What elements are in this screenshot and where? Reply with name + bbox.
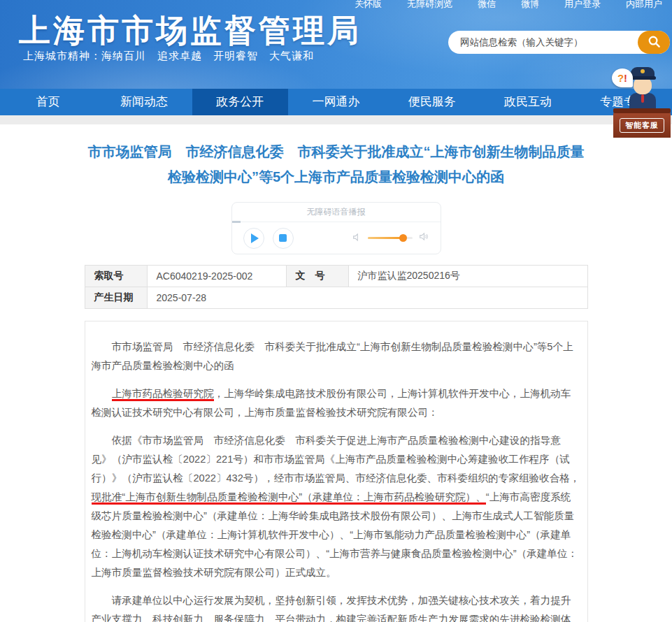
meta-docnum-label: 文 号 xyxy=(286,266,348,287)
meta-docnum-value: 沪市监认监20250216号 xyxy=(348,266,587,287)
paragraph-text: 请承建单位以中心运行发展为契机，坚持创新引领，发挥技术优势，加强关键核心技术攻关… xyxy=(92,595,571,622)
volume-control xyxy=(352,231,429,245)
search-input[interactable] xyxy=(448,31,638,54)
topbar-links: 关怀版无障碍浏览微信微博用户登录内部用户 xyxy=(355,0,662,10)
paragraph-text: 依据《市市场监管局 市经济信息化委 市科委关于促进上海市产品质量检验检测中心建设… xyxy=(92,435,580,484)
mascot-label: 智能客服 xyxy=(620,118,664,133)
nav-item-2[interactable]: 政务公开 xyxy=(192,89,288,115)
topbar-link-0[interactable]: 关怀版 xyxy=(355,0,382,10)
article-page: 市市场监管局 市经济信息化委 市科委关于批准成立“上海市创新生物制品质量检验检测… xyxy=(0,124,672,622)
article-body: 市市场监管局 市经济信息化委 市科委关于批准成立“上海市创新生物制品质量检验检测… xyxy=(85,321,588,622)
site-header: 关怀版无障碍浏览微信微博用户登录内部用户 上海市市场监督管理局 上海城市精神：海… xyxy=(0,0,672,89)
article-paragraph: 请承建单位以中心运行发展为契机，坚持创新引领，发挥技术优势，加强关键核心技术攻关… xyxy=(92,591,581,622)
meta-index-value: AC6040219-2025-002 xyxy=(147,266,286,287)
audio-player-title: 无障碍语音播报 xyxy=(232,203,441,222)
audio-player: 无障碍语音播报 xyxy=(231,202,441,254)
volume-slider[interactable] xyxy=(368,237,413,239)
nav-item-0[interactable]: 首页 xyxy=(0,89,96,115)
nav-item-5[interactable]: 政民互动 xyxy=(480,89,576,115)
nav-item-1[interactable]: 新闻动态 xyxy=(96,89,192,115)
smart-service-mascot[interactable]: ?! 智能客服 xyxy=(613,66,671,138)
document-meta-table: 索取号 AC6040219-2025-002 文 号 沪市监认监20250216… xyxy=(85,265,588,309)
meta-date-value: 2025-07-28 xyxy=(147,287,587,309)
red-underlined-text: 现批准“上海市创新生物制品质量检验检测中心”（承建单位：上海市药品检验研究院）、 xyxy=(92,491,486,505)
topbar-link-1[interactable]: 无障碍浏览 xyxy=(407,0,452,10)
topbar-link-2[interactable]: 微信 xyxy=(478,0,496,10)
topbar-link-4[interactable]: 用户登录 xyxy=(564,0,601,10)
red-underlined-text: 上海市药品检验研究院 xyxy=(112,388,214,401)
nav-item-3[interactable]: 一网通办 xyxy=(288,89,384,115)
article-paragraph: 依据《市市场监管局 市经济信息化委 市科委关于促进上海市产品质量检验检测中心建设… xyxy=(92,431,581,582)
header-separator xyxy=(0,115,672,124)
site-title: 上海市市场监督管理局 xyxy=(19,10,362,52)
stop-icon xyxy=(279,234,287,242)
nav-item-4[interactable]: 便民服务 xyxy=(384,89,480,115)
volume-mute-icon[interactable] xyxy=(352,232,362,245)
audio-controls xyxy=(232,222,441,254)
article-paragraph: 市市场监管局 市经济信息化委 市科委关于批准成立“上海市创新生物制品质量检验检测… xyxy=(92,338,581,375)
city-spirit-slogan: 上海城市精神：海纳百川 追求卓越 开明睿智 大气谦和 xyxy=(23,50,314,63)
stop-button[interactable] xyxy=(273,228,294,249)
meta-row: 产生日期 2025-07-28 xyxy=(85,287,587,309)
mascot-podium: 智能客服 xyxy=(613,108,671,138)
meta-row: 索取号 AC6040219-2025-002 文 号 沪市监认监20250216… xyxy=(85,266,587,287)
play-button[interactable] xyxy=(243,228,264,249)
article-title: 市市场监管局 市经济信息化委 市科委关于批准成立“上海市创新生物制品质量检验检测… xyxy=(83,139,589,189)
meta-index-label: 索取号 xyxy=(85,266,147,287)
article-paragraphs: 市市场监管局 市经济信息化委 市科委关于批准成立“上海市创新生物制品质量检验检测… xyxy=(92,338,581,622)
meta-date-label: 产生日期 xyxy=(85,287,147,309)
volume-slider-knob[interactable] xyxy=(399,234,407,242)
paragraph-text: 市市场监管局 市经济信息化委 市科委关于批准成立“上海市创新生物制品质量检验检测… xyxy=(92,341,573,371)
page: 关怀版无障碍浏览微信微博用户登录内部用户 上海市市场监督管理局 上海城市精神：海… xyxy=(0,0,672,622)
topbar-link-3[interactable]: 微博 xyxy=(521,0,539,10)
search-icon xyxy=(648,35,661,50)
article-paragraph: 上海市药品检验研究院，上海华岭集成电路技术股份有限公司，上海计算机软件开发中心，… xyxy=(92,384,581,422)
play-icon xyxy=(251,233,259,243)
site-search xyxy=(448,31,670,54)
search-button[interactable] xyxy=(638,31,670,54)
speech-bubble-icon: ?! xyxy=(612,68,633,87)
volume-loud-icon[interactable] xyxy=(419,231,429,245)
main-nav: 首页新闻动态政务公开一网通办便民服务政民互动专题专栏 xyxy=(0,89,672,115)
topbar-link-5[interactable]: 内部用户 xyxy=(626,0,662,10)
